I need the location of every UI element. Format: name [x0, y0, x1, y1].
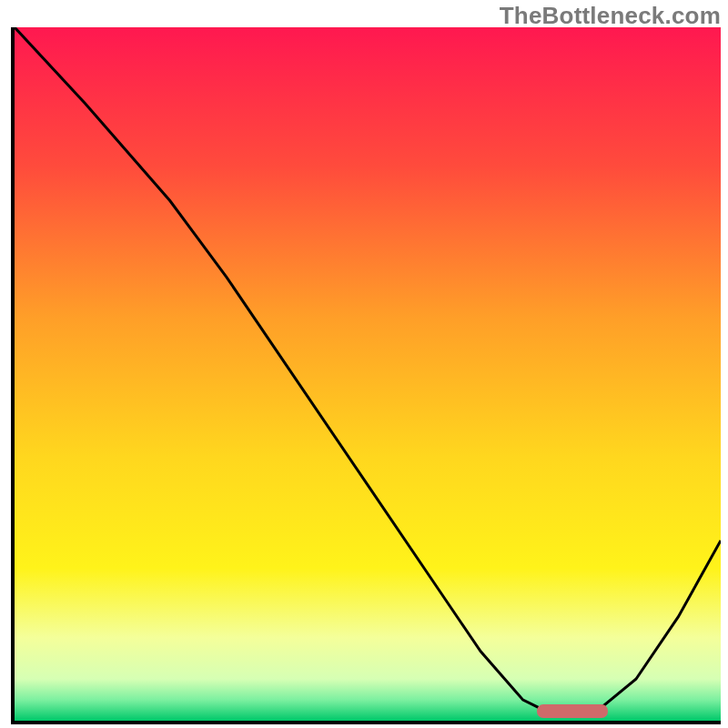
- optimal-range-marker: [537, 704, 608, 718]
- chart-container: TheBottleneck.com: [0, 0, 728, 728]
- watermark-text: TheBottleneck.com: [500, 2, 721, 30]
- bottleneck-curve: [15, 27, 721, 721]
- plot-area: [11, 27, 721, 724]
